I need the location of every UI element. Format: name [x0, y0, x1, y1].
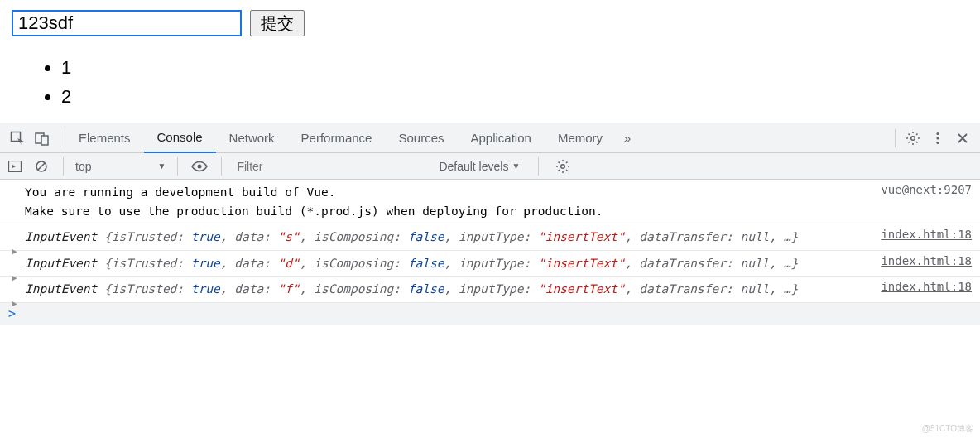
- device-toolbar-icon[interactable]: [30, 126, 55, 151]
- toggle-sidebar-icon[interactable]: [5, 154, 25, 179]
- close-devtools-icon[interactable]: [950, 126, 975, 151]
- tab-network[interactable]: Network: [216, 123, 288, 153]
- tab-performance[interactable]: Performance: [288, 123, 386, 153]
- console-output: vue@next:9207 You are running a developm…: [0, 180, 980, 302]
- submit-button[interactable]: 提交: [250, 10, 305, 36]
- text-input[interactable]: [12, 10, 242, 36]
- settings-gear-icon[interactable]: [901, 126, 925, 151]
- separator: [63, 157, 64, 176]
- svg-point-4: [936, 132, 939, 135]
- svg-point-5: [936, 137, 939, 139]
- svg-point-6: [936, 142, 939, 144]
- chevron-down-icon: ▼: [157, 161, 166, 171]
- source-link[interactable]: index.html:18: [881, 253, 972, 271]
- kebab-menu-icon[interactable]: [925, 126, 950, 151]
- tab-sources[interactable]: Sources: [385, 123, 457, 153]
- svg-point-10: [561, 165, 565, 169]
- separator: [177, 157, 178, 176]
- expand-triangle-icon[interactable]: ▶: [12, 296, 17, 310]
- svg-point-3: [911, 137, 915, 141]
- tab-elements[interactable]: Elements: [65, 123, 144, 153]
- tab-memory[interactable]: Memory: [545, 123, 616, 153]
- filter-input[interactable]: [233, 158, 432, 175]
- message-text: You are running a development build of V…: [25, 185, 603, 217]
- devtools-panel: Elements Console Network Performance Sou…: [0, 123, 980, 324]
- object-summary[interactable]: InputEvent {isTrusted: true, data: "s", …: [25, 228, 972, 246]
- svg-point-9: [198, 164, 202, 168]
- context-selector[interactable]: top ▼: [75, 160, 166, 173]
- console-settings-gear-icon[interactable]: [550, 154, 575, 179]
- separator: [60, 129, 60, 147]
- clear-console-icon[interactable]: [31, 154, 51, 179]
- more-tabs-button[interactable]: »: [616, 123, 639, 153]
- console-toolbar: top ▼ Default levels ▼: [0, 153, 980, 180]
- result-list: 1 2: [12, 53, 968, 111]
- tab-console[interactable]: Console: [144, 123, 216, 153]
- object-summary[interactable]: InputEvent {isTrusted: true, data: "d", …: [25, 254, 972, 272]
- tab-application[interactable]: Application: [458, 123, 545, 153]
- console-message: index.html:18 ▶ InputEvent {isTrusted: t…: [0, 277, 980, 302]
- source-link[interactable]: vue@next:9207: [881, 181, 972, 200]
- form-row: 提交: [12, 10, 968, 36]
- devtools-tabbar: Elements Console Network Performance Sou…: [0, 123, 980, 153]
- list-item: 1: [61, 53, 968, 82]
- source-link[interactable]: index.html:18: [881, 226, 972, 244]
- chevron-down-icon: ▼: [512, 161, 520, 171]
- console-message: index.html:18 ▶ InputEvent {isTrusted: t…: [0, 224, 980, 250]
- console-message: vue@next:9207 You are running a developm…: [0, 180, 980, 224]
- console-message: index.html:18 ▶ InputEvent {isTrusted: t…: [0, 251, 980, 277]
- list-item: 2: [61, 82, 968, 111]
- separator: [538, 157, 539, 176]
- inspect-element-icon[interactable]: [5, 126, 30, 151]
- page-content: 提交 1 2: [0, 0, 980, 123]
- svg-rect-2: [41, 136, 48, 145]
- separator: [221, 157, 222, 176]
- context-label: top: [75, 160, 91, 173]
- separator: [895, 129, 896, 147]
- log-levels-label: Default levels: [439, 160, 508, 173]
- source-link[interactable]: index.html:18: [881, 278, 972, 296]
- object-summary[interactable]: InputEvent {isTrusted: true, data: "f", …: [25, 280, 972, 298]
- console-prompt[interactable]: >: [0, 303, 980, 325]
- live-expression-eye-icon[interactable]: [190, 154, 209, 179]
- log-levels-selector[interactable]: Default levels ▼: [439, 160, 520, 173]
